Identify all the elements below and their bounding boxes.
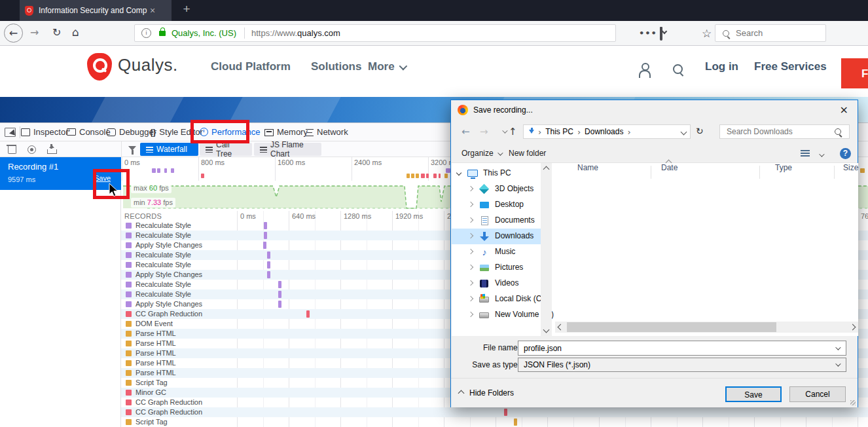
- collapsed-chevron-icon[interactable]: [468, 249, 473, 254]
- home-button-icon[interactable]: ⌂: [72, 27, 79, 38]
- account-icon[interactable]: [639, 63, 651, 75]
- scroll-down-icon[interactable]: [543, 327, 550, 333]
- reload-button-icon[interactable]: ↻: [52, 28, 61, 38]
- save-type-combo[interactable]: JSON Files (*.json): [518, 358, 846, 372]
- scroll-left-icon[interactable]: [558, 324, 564, 331]
- pocket-icon[interactable]: [660, 27, 662, 41]
- column-separator[interactable]: [651, 166, 651, 179]
- help-icon[interactable]: ?: [840, 148, 851, 159]
- column-separator[interactable]: [834, 166, 835, 179]
- file-name-value[interactable]: profile.json: [524, 344, 562, 353]
- collapsed-chevron-icon[interactable]: [468, 312, 473, 317]
- expanded-chevron-icon[interactable]: [456, 170, 461, 176]
- filter-icon[interactable]: [128, 146, 136, 155]
- view-button-js-flame-chart[interactable]: JS Flame Chart: [254, 143, 321, 156]
- forward-button-icon[interactable]: →: [30, 28, 39, 38]
- site-brand[interactable]: Qualys.: [118, 55, 178, 75]
- pick-element-icon[interactable]: [5, 128, 16, 137]
- new-tab-button[interactable]: +: [178, 2, 195, 16]
- record-row[interactable]: CC Graph Reduction: [121, 407, 868, 417]
- file-list-hscrollbar[interactable]: [555, 322, 858, 333]
- column-header-type[interactable]: Type: [775, 163, 792, 172]
- collapsed-chevron-icon[interactable]: [468, 233, 473, 238]
- new-folder-button[interactable]: New folder: [509, 149, 546, 158]
- devtools-tab-console[interactable]: Console: [67, 123, 111, 141]
- file-name-combo[interactable]: profile.json: [518, 341, 846, 356]
- nav-cloud-platform[interactable]: Cloud Platform: [211, 60, 291, 73]
- record-row[interactable]: Script Tag: [121, 417, 868, 427]
- scroll-right-icon[interactable]: [850, 324, 856, 331]
- breadcrumb-chevron-icon[interactable]: ›: [538, 127, 541, 137]
- dialog-up-icon[interactable]: ↑: [509, 126, 517, 138]
- dialog-search-input[interactable]: [725, 126, 826, 137]
- breadcrumb-chevron-icon[interactable]: ›: [577, 127, 581, 137]
- url-bar[interactable]: i Qualys, Inc. (US) https://www.qualys.c…: [134, 24, 616, 42]
- collapsed-chevron-icon[interactable]: [468, 217, 473, 223]
- column-header-name[interactable]: Name: [577, 163, 598, 172]
- dialog-search-box[interactable]: [719, 124, 850, 139]
- refresh-icon[interactable]: ↻: [696, 126, 704, 136]
- free-trial-button[interactable]: F: [841, 58, 868, 88]
- tree-item-music[interactable]: ♪Music: [452, 244, 541, 260]
- browser-tab[interactable]: Information Security and Comp ×: [20, 0, 172, 21]
- collapsed-chevron-icon[interactable]: [468, 202, 473, 207]
- page-actions-icon[interactable]: •••: [639, 29, 657, 37]
- scrollbar-thumb[interactable]: [567, 322, 776, 332]
- tree-scrollbar[interactable]: [541, 163, 552, 336]
- dialog-history-chevron-icon[interactable]: [502, 128, 507, 133]
- view-button-call-tree[interactable]: Call Tree: [200, 143, 252, 156]
- devtools-tab-inspector[interactable]: Inspector: [21, 123, 68, 141]
- devtools-tab-debugger[interactable]: Debugger: [107, 123, 156, 141]
- save-type-value[interactable]: JSON Files (*.json): [524, 360, 590, 369]
- clear-recordings-icon[interactable]: [8, 146, 16, 154]
- dialog-close-icon[interactable]: ×: [840, 103, 848, 116]
- tree-item-this-pc[interactable]: This PC: [452, 166, 541, 181]
- qualys-logo-icon[interactable]: [87, 53, 112, 81]
- save-button[interactable]: Save: [725, 386, 782, 402]
- hide-folders-button[interactable]: Hide Folders: [469, 388, 514, 398]
- view-options-chevron-icon[interactable]: [819, 151, 824, 157]
- chevron-down-icon[interactable]: [835, 361, 841, 366]
- tree-item-desktop[interactable]: Desktop: [452, 197, 541, 213]
- tab-close-icon[interactable]: ×: [150, 5, 155, 16]
- login-link[interactable]: Log in: [705, 60, 738, 73]
- devtools-tab-memory[interactable]: Memory: [264, 123, 308, 141]
- tree-item-new-volume-e-[interactable]: New Volume (E:): [452, 307, 541, 323]
- scroll-up-icon[interactable]: [543, 166, 550, 173]
- tree-item-downloads[interactable]: Downloads: [452, 229, 541, 244]
- identity-label[interactable]: Qualys, Inc. (US): [172, 28, 236, 38]
- site-search-icon[interactable]: [673, 64, 683, 74]
- tree-item-pictures[interactable]: Pictures: [452, 260, 541, 276]
- column-separator[interactable]: [759, 166, 760, 179]
- collapsed-chevron-icon[interactable]: [468, 265, 473, 270]
- breadcrumb-dropdown-icon[interactable]: [681, 128, 687, 135]
- chevron-down-icon[interactable]: [835, 344, 841, 350]
- info-icon[interactable]: i: [141, 28, 151, 38]
- import-recording-icon[interactable]: [47, 149, 57, 154]
- collapsed-chevron-icon[interactable]: [468, 296, 473, 301]
- browser-search-box[interactable]: [715, 24, 826, 42]
- dialog-forward-icon[interactable]: →: [480, 126, 488, 138]
- breadcrumb-segment[interactable]: Downloads: [585, 127, 623, 136]
- back-button-icon[interactable]: ←: [4, 24, 23, 43]
- collapsed-chevron-icon[interactable]: [468, 186, 473, 191]
- resize-grip[interactable]: [850, 400, 856, 405]
- dialog-back-icon[interactable]: ←: [461, 126, 470, 138]
- tree-item-3d-objects[interactable]: 3D Objects: [452, 181, 541, 197]
- record-icon[interactable]: [27, 145, 36, 154]
- breadcrumb[interactable]: ›This PC›Downloads›: [523, 124, 691, 139]
- free-services-link[interactable]: Free Services: [754, 60, 827, 73]
- nav-solutions[interactable]: Solutions: [311, 60, 361, 73]
- tree-item-documents[interactable]: Documents: [452, 213, 541, 229]
- tree-item-videos[interactable]: Videos: [452, 276, 541, 291]
- bookmark-star-icon[interactable]: ☆: [702, 27, 712, 40]
- view-options-icon[interactable]: [801, 150, 810, 157]
- nav-more[interactable]: More: [368, 60, 405, 73]
- column-header-size[interactable]: Size: [843, 163, 858, 172]
- cancel-button[interactable]: Cancel: [789, 386, 846, 402]
- breadcrumb-segment[interactable]: This PC: [545, 127, 573, 136]
- tree-item-local-disk-c-[interactable]: Local Disk (C:): [452, 291, 541, 307]
- view-button-waterfall[interactable]: Waterfall: [140, 143, 198, 156]
- organize-button[interactable]: Organize: [461, 149, 501, 158]
- dialog-title-bar[interactable]: Save recording... ×: [451, 100, 858, 120]
